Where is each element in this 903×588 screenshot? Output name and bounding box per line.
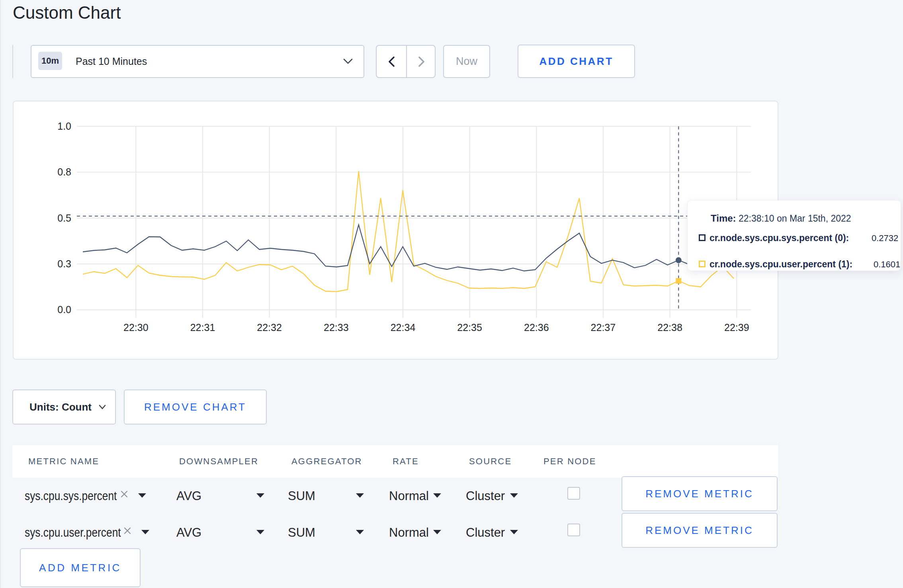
svg-text:22:36: 22:36: [524, 322, 549, 333]
svg-text:22:38: 22:38: [657, 322, 682, 333]
svg-text:0.3: 0.3: [57, 258, 71, 269]
svg-text:0.5: 0.5: [57, 212, 71, 224]
svg-text:0.8: 0.8: [57, 166, 71, 177]
svg-text:22:31: 22:31: [190, 322, 215, 333]
svg-text:22:32: 22:32: [257, 322, 282, 333]
svg-text:0.0: 0.0: [57, 304, 71, 315]
svg-text:22:33: 22:33: [324, 322, 349, 333]
svg-text:22:30: 22:30: [123, 322, 149, 333]
svg-text:1.0: 1.0: [57, 121, 71, 132]
svg-text:22:37: 22:37: [591, 322, 616, 333]
svg-text:22:35: 22:35: [457, 322, 482, 333]
svg-text:22:39: 22:39: [724, 322, 749, 333]
svg-text:22:34: 22:34: [391, 322, 416, 333]
